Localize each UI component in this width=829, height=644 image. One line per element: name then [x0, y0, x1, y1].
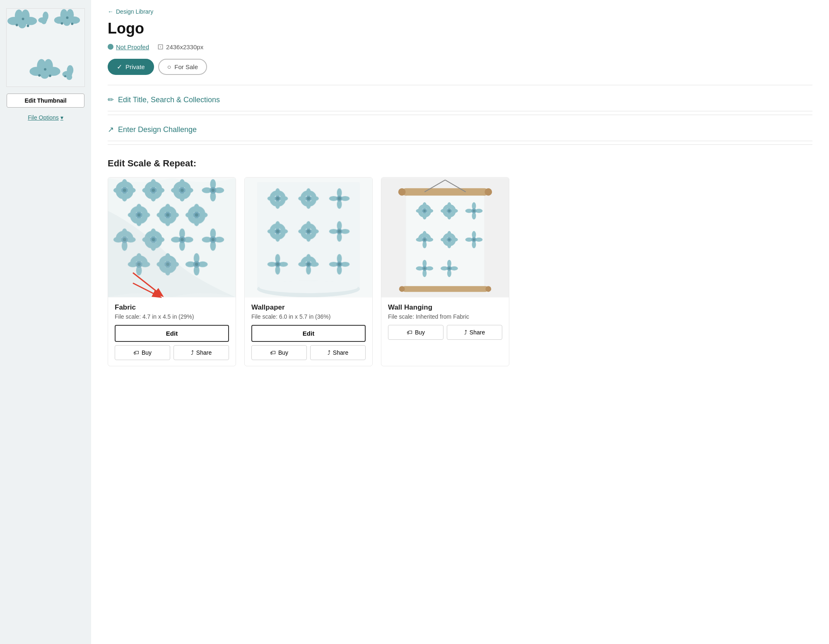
- svg-point-7: [22, 18, 24, 20]
- svg-point-21: [40, 70, 49, 79]
- svg-point-274: [423, 238, 426, 241]
- dimensions-info: ⊡ 2436x2330px: [157, 42, 203, 51]
- design-challenge-label: Enter Design Challenge: [118, 125, 197, 134]
- wallpaper-edit-button[interactable]: Edit: [251, 325, 366, 342]
- svg-point-152: [195, 263, 198, 266]
- svg-point-28: [64, 75, 66, 77]
- design-challenge-section: ↗ Enter Design Challenge: [108, 118, 812, 141]
- private-toggle[interactable]: ✓ Private: [108, 59, 154, 75]
- svg-point-98: [195, 213, 198, 216]
- dimensions-icon: ⊡: [157, 42, 164, 51]
- products-section-title: Edit Scale & Repeat:: [108, 158, 812, 169]
- design-title: Logo: [108, 20, 812, 37]
- wallpaper-actions: 🏷 Buy ⤴ Share: [251, 345, 366, 360]
- svg-point-233: [398, 188, 406, 196]
- svg-point-5: [18, 20, 27, 29]
- wallpaper-buy-button[interactable]: 🏷 Buy: [251, 345, 307, 360]
- back-arrow-icon: ←: [108, 8, 113, 15]
- edit-thumbnail-button[interactable]: Edit Thumbnail: [7, 94, 84, 108]
- edit-title-label: Edit Title, Search & Collections: [118, 96, 220, 104]
- svg-point-210: [338, 230, 341, 233]
- not-proofed-label: Not Proofed: [116, 43, 149, 50]
- main-content: ← Design Library Logo Not Proofed ⊡ 2436…: [91, 0, 829, 644]
- wallpaper-info: Wallpaper File scale: 6.0 in x 5.7 in (3…: [245, 298, 372, 366]
- back-link-label: Design Library: [116, 8, 153, 15]
- share-icon-3: ⤴: [464, 329, 467, 336]
- svg-point-22: [38, 74, 41, 77]
- svg-rect-232: [402, 188, 489, 196]
- fabric-share-label: Share: [196, 349, 212, 356]
- buy-icon-3: 🏷: [407, 329, 412, 336]
- wall-hanging-share-button[interactable]: ⤴ Share: [447, 325, 502, 340]
- svg-point-6: [16, 24, 18, 26]
- svg-point-290: [473, 238, 475, 241]
- svg-point-260: [448, 209, 451, 212]
- svg-point-168: [276, 197, 280, 200]
- svg-point-52: [152, 189, 155, 192]
- fabric-info: Fabric File scale: 4.7 in x 4.5 in (29%)…: [108, 298, 236, 366]
- check-icon: ✓: [117, 63, 122, 71]
- edit-title-section: ✏ Edit Title, Search & Collections: [108, 89, 812, 111]
- svg-point-27: [66, 74, 72, 80]
- fabric-scale: File scale: 4.7 in x 4.5 in (29%): [115, 313, 229, 320]
- fabric-actions: 🏷 Buy ⤴ Share: [115, 345, 229, 360]
- svg-point-88: [166, 213, 169, 216]
- buy-icon-2: 🏷: [270, 349, 276, 356]
- wallpaper-share-label: Share: [333, 349, 348, 356]
- svg-point-239: [399, 286, 405, 292]
- wall-hanging-buy-button[interactable]: 🏷 Buy: [388, 325, 443, 340]
- svg-point-250: [423, 209, 426, 212]
- svg-point-230: [338, 263, 341, 266]
- edit-title-link[interactable]: ✏ Edit Title, Search & Collections: [108, 95, 812, 104]
- divider-1: [108, 85, 812, 85]
- svg-point-224: [307, 263, 310, 266]
- chevron-down-icon: ▾: [60, 114, 63, 121]
- svg-point-15: [66, 17, 68, 19]
- meta-row: Not Proofed ⊡ 2436x2330px: [108, 42, 812, 51]
- wall-hanging-actions: 🏷 Buy ⤴ Share: [388, 325, 502, 340]
- svg-point-42: [123, 189, 126, 192]
- wall-hanging-scale: File scale: Inherited from Fabric: [388, 313, 502, 320]
- not-proofed-dot: [108, 44, 113, 50]
- divider-3: [108, 144, 812, 145]
- back-link[interactable]: ← Design Library: [108, 8, 812, 15]
- wallpaper-scale: File scale: 6.0 in x 5.7 in (36%): [251, 313, 366, 320]
- circle-icon: ○: [167, 63, 171, 71]
- svg-point-24: [49, 74, 51, 77]
- wallpaper-name: Wallpaper: [251, 303, 366, 312]
- share-icon: ⤴: [191, 349, 194, 356]
- wallpaper-share-button[interactable]: ⤴ Share: [310, 345, 366, 360]
- svg-point-13: [63, 19, 71, 26]
- svg-point-122: [181, 238, 184, 241]
- svg-point-128: [211, 238, 214, 241]
- svg-point-184: [338, 197, 341, 200]
- wall-hanging-share-label: Share: [470, 329, 485, 336]
- wallpaper-image: [245, 178, 372, 298]
- svg-point-158: [259, 281, 358, 293]
- product-card-fabric: Fabric File scale: 4.7 in x 4.5 in (29%)…: [108, 177, 236, 366]
- svg-point-16: [71, 23, 73, 25]
- fabric-buy-button[interactable]: 🏷 Buy: [115, 345, 170, 360]
- fabric-share-button[interactable]: ⤴ Share: [174, 345, 229, 360]
- not-proofed-badge[interactable]: Not Proofed: [108, 43, 149, 50]
- svg-point-284: [448, 238, 451, 241]
- private-label: Private: [125, 63, 145, 70]
- file-options-link[interactable]: File Options ▾: [28, 114, 63, 121]
- svg-rect-238: [402, 286, 489, 292]
- svg-point-296: [423, 267, 426, 270]
- svg-point-8: [27, 25, 29, 27]
- svg-point-266: [473, 209, 475, 212]
- divider-2: [108, 115, 812, 115]
- for-sale-label: For Sale: [174, 63, 198, 70]
- svg-point-14: [61, 22, 63, 25]
- fabric-edit-button[interactable]: Edit: [115, 325, 229, 342]
- wall-hanging-image: [381, 178, 509, 298]
- wall-hanging-info: Wall Hanging File scale: Inherited from …: [381, 298, 509, 346]
- design-challenge-link[interactable]: ↗ Enter Design Challenge: [108, 125, 812, 134]
- svg-point-31: [41, 19, 46, 24]
- svg-point-62: [181, 189, 184, 192]
- file-options-label: File Options: [28, 114, 59, 121]
- svg-point-240: [485, 286, 491, 292]
- for-sale-toggle[interactable]: ○ For Sale: [158, 59, 207, 75]
- svg-point-194: [276, 230, 280, 233]
